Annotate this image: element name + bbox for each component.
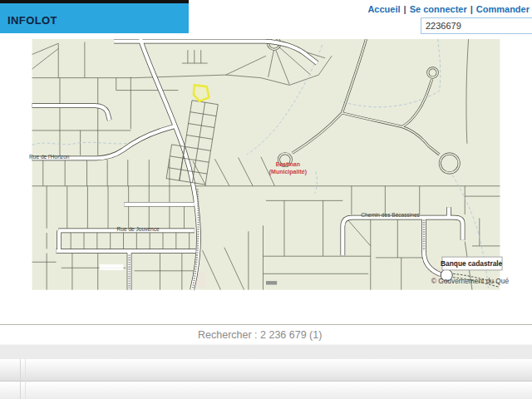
- top-nav: Accueil|Se connecter|Commander: [367, 4, 530, 14]
- street-label-horizon: Rue de l'Horizon: [29, 154, 70, 160]
- highlighted-lot[interactable]: [194, 85, 209, 101]
- nav-link-commander[interactable]: Commander: [476, 4, 530, 14]
- search-result-status: Rechercher : 2 236 679 (1): [198, 329, 322, 341]
- lot-search-input[interactable]: [421, 17, 532, 34]
- map-viewport[interactable]: Rue de l'Horizon Rue de Jouvence Chemin …: [0, 39, 532, 325]
- table-column-divider: [20, 359, 21, 399]
- map-label-strip: [99, 264, 123, 270]
- map-attribution: © Gouvernement du Qué: [431, 277, 510, 285]
- map-canvas[interactable]: Rue de l'Horizon Rue de Jouvence Chemin …: [0, 39, 532, 324]
- street-label-becassines: Chemin des Bécassines: [361, 212, 420, 218]
- results-table-row[interactable]: [0, 359, 532, 382]
- nav-link-se-connecter[interactable]: Se connecter: [410, 4, 467, 14]
- municipality-label-line2: (Municipalité): [269, 169, 307, 175]
- results-table-header: [0, 344, 532, 360]
- layer-box-label: Banque cadastrale: [441, 259, 503, 268]
- street-label-jouvence: Rue de Jouvence: [116, 226, 160, 232]
- results-table-row[interactable]: [0, 382, 532, 399]
- nav-separator: |: [470, 4, 473, 14]
- app-logo: INFOLOT: [7, 14, 57, 27]
- scale-bar: [266, 281, 277, 284]
- municipality-label-line1: Eastman: [276, 161, 300, 167]
- nav-separator: |: [404, 4, 406, 14]
- infolot-app: INFOLOT Accueil|Se connecter|Commander: [0, 0, 532, 399]
- nav-link-accueil[interactable]: Accueil: [367, 4, 400, 14]
- table-column-divider: [25, 359, 26, 399]
